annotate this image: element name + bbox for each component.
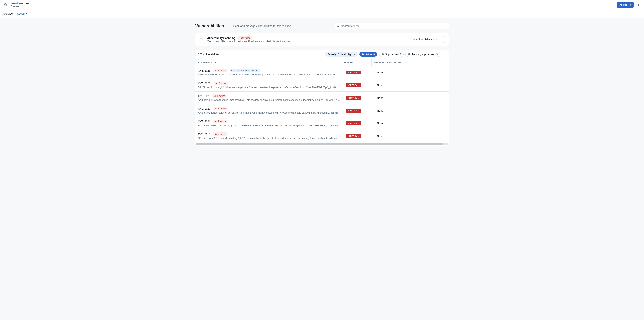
bell-icon	[362, 53, 364, 56]
cve-id[interactable]: CVE-2023-	[198, 107, 211, 110]
filter-suppressed[interactable]: Suppressed 0	[379, 52, 404, 57]
active-chip[interactable]: 1 active	[213, 107, 227, 110]
cve-description: MiniZip in zlib through 1.3 has an integ…	[198, 86, 341, 89]
cve-id[interactable]: CVE-2023-	[198, 69, 211, 72]
cve-id[interactable]: CVE-2021-	[198, 120, 211, 123]
caret-down-icon: ▼	[629, 4, 631, 6]
tab-overview[interactable]: Overview	[2, 10, 13, 18]
app-version: 18.1.0	[26, 2, 33, 5]
search-icon	[337, 24, 340, 28]
affected-resources: None	[374, 92, 449, 104]
severity-badge: CRITICAL	[346, 96, 361, 100]
header-left: Wordpress 18.1.0 Release	[2, 2, 33, 8]
table-body[interactable]: CVE-2023-1 active6 Pending suppressionsI…	[195, 66, 449, 142]
filter-suppressed-label: Suppressed	[385, 53, 398, 56]
filter-active[interactable]: Active 9	[360, 52, 377, 57]
side-panel-toggle-icon[interactable]	[637, 1, 642, 9]
header-right: Actions ▼	[617, 1, 642, 9]
cve-description: A cleartext transmission of sensitive in…	[198, 111, 341, 114]
svg-point-2	[202, 39, 203, 40]
table-header: VULNERABILITY SEVERITY AFFECTED RESOURCE…	[195, 59, 449, 66]
table-row[interactable]: CVE-2021-1 activeAn issue in HTACG HTML …	[195, 117, 449, 130]
chevron-down-icon: ▼	[353, 53, 355, 55]
release-icon[interactable]	[2, 2, 8, 8]
affected-resources: None	[374, 66, 449, 79]
filter-active-label: Active	[366, 53, 372, 56]
severity-badge: CRITICAL	[346, 134, 361, 138]
pending-chip[interactable]: 6 Pending suppressions	[230, 69, 260, 72]
affected-resources: None	[374, 130, 449, 142]
run-scan-button[interactable]: Run vulnerability scan	[402, 36, 445, 43]
active-chip[interactable]: 1 active	[213, 69, 227, 72]
content-area: Vulnerabilities Scan and manage vulnerab…	[0, 18, 644, 151]
active-chip[interactable]: 1 active	[212, 94, 226, 98]
table-row[interactable]: CVE-2023-·2 activeMiniZip in zlib throug…	[195, 79, 449, 92]
col-vulnerability[interactable]: VULNERABILITY	[195, 59, 341, 66]
svg-rect-0	[638, 4, 639, 6]
cve-description: A vulnerability was found in ImageMagick…	[198, 98, 341, 102]
scan-subtitle: 200 vulnerabilities found in last scan. …	[206, 40, 400, 43]
cve-description: An issue in HTACG HTML Tidy v5.7.28 allo…	[198, 124, 341, 127]
scan-title: Vulnerability Scanning	[206, 36, 236, 40]
affected-resources: None	[374, 104, 449, 117]
filter-suppressed-count: 0	[400, 53, 401, 56]
horizontal-scrollbar[interactable]	[196, 143, 448, 145]
severity-filter[interactable]: Severity: Critical, High ▼	[325, 52, 358, 57]
title-block: Wordpress 18.1.0 Release	[11, 2, 33, 8]
tab-bar: Overview Security	[0, 10, 644, 18]
cve-id[interactable]: CVE-2019-	[198, 133, 211, 136]
app-subtitle: Release	[11, 5, 33, 8]
col-severity[interactable]: SEVERITY	[341, 59, 372, 66]
filter-pending-count: 5	[436, 53, 438, 56]
scan-panel: Vulnerability Scanning Scan failed 200 v…	[195, 33, 449, 46]
svg-rect-1	[639, 4, 641, 6]
active-chip[interactable]: 1 active	[213, 120, 227, 123]
search-input[interactable]	[335, 23, 449, 29]
scan-status-icon	[199, 37, 204, 42]
severity-badge: CRITICAL	[346, 122, 361, 125]
cve-id[interactable]: CVE-2023	[198, 94, 210, 98]
filter-active-count: 9	[373, 53, 375, 56]
severity-filter-label: Severity: Critical, High	[328, 53, 352, 56]
affected-resources: None	[374, 79, 449, 91]
cve-description: SQLite3 from 3.6.0 to and including 3.27…	[198, 137, 341, 140]
clear-filters-button[interactable]: ✕	[442, 52, 446, 57]
page-description: Scan and manage vulnerabilities for this…	[229, 24, 291, 28]
page-head: Vulnerabilities Scan and manage vulnerab…	[195, 23, 449, 29]
history-icon	[408, 53, 410, 56]
actions-label: Actions	[619, 3, 628, 6]
page-title: Vulnerabilities	[195, 24, 224, 28]
sort-icon[interactable]	[365, 60, 369, 64]
cve-description: Increasing the resolution of video frame…	[198, 73, 341, 76]
tab-security[interactable]: Security	[17, 10, 27, 18]
cve-id[interactable]: CVE-2023-·	[198, 82, 212, 85]
scan-failed-badge: Scan failed	[237, 36, 252, 40]
severity-badge: CRITICAL	[346, 70, 361, 74]
active-chip[interactable]: 2 active	[214, 82, 228, 85]
actions-button[interactable]: Actions ▼	[617, 2, 634, 8]
bell-slash-icon	[382, 53, 384, 56]
filter-pending-label: Pending suppression	[412, 53, 435, 56]
search-wrap	[335, 23, 449, 29]
table-row[interactable]: CVE-2023-1 active6 Pending suppressionsI…	[195, 66, 449, 79]
severity-badge: CRITICAL	[346, 109, 361, 112]
filter-pending[interactable]: Pending suppression 5	[406, 52, 440, 57]
table-row[interactable]: CVE-20231 activeA vulnerability was foun…	[195, 92, 449, 104]
vulnerability-table: 200 vulnerabilities Severity: Critical, …	[195, 50, 449, 146]
app-name[interactable]: Wordpress	[11, 2, 25, 5]
col-affected[interactable]: AFFECTED RESOURCES	[372, 59, 449, 66]
active-chip[interactable]: 2 active	[213, 132, 227, 136]
table-row[interactable]: CVE-2023-1 activeA cleartext transmissio…	[195, 104, 449, 117]
app-header: Wordpress 18.1.0 Release Actions ▼	[0, 0, 644, 10]
severity-badge: CRITICAL	[346, 83, 361, 87]
vuln-count: 200 vulnerabilities	[198, 53, 220, 56]
table-toolbar: 200 vulnerabilities Severity: Critical, …	[195, 50, 449, 59]
affected-resources: None	[374, 117, 449, 130]
table-row[interactable]: CVE-2019-2 activeSQLite3 from 3.6.0 to a…	[195, 130, 449, 142]
